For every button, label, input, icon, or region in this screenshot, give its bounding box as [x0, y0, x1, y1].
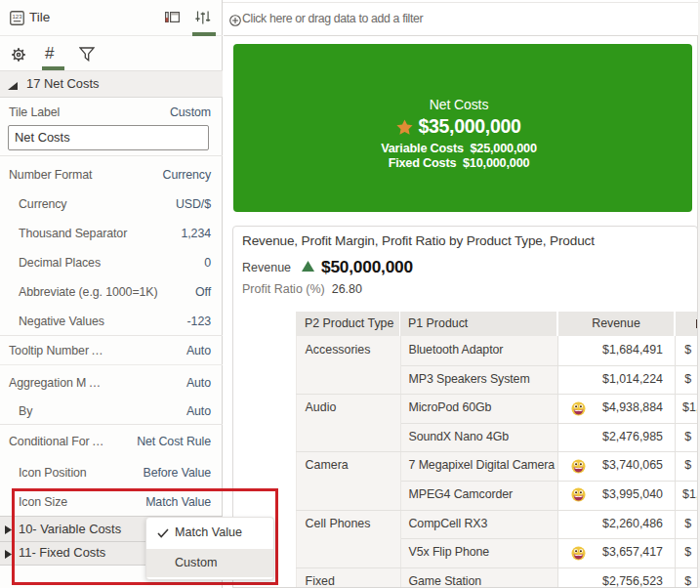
svg-text:123: 123: [12, 14, 22, 20]
